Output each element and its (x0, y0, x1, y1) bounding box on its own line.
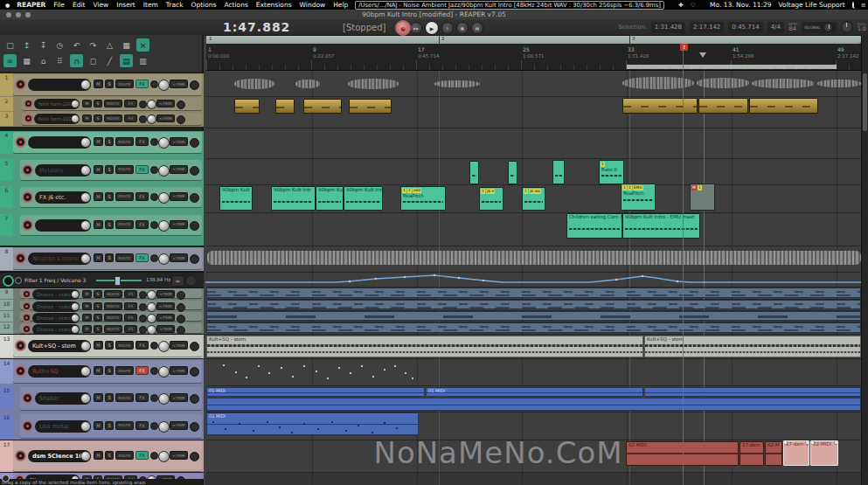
global-automation-icon[interactable] (2, 475, 10, 482)
media-item[interactable] (817, 80, 861, 87)
solo-button[interactable]: S (94, 290, 102, 298)
media-item[interactable] (348, 79, 399, 89)
media-item[interactable] (206, 322, 861, 333)
menu-edit[interactable]: Edit (73, 1, 86, 9)
env-knob-button[interactable] (190, 367, 199, 377)
solo-button[interactable]: S (105, 80, 114, 88)
pan-knob[interactable] (80, 421, 91, 432)
metronome-icon[interactable]: △ (103, 38, 116, 52)
env-knob-button[interactable] (190, 193, 199, 203)
mute-button[interactable]: M (94, 253, 103, 262)
mute-button[interactable]: M (82, 325, 92, 333)
undo-icon[interactable]: ↶ (70, 38, 83, 52)
solo-button[interactable]: S (94, 325, 102, 333)
env-knob-button[interactable] (190, 166, 199, 176)
snap-magnet-icon[interactable]: ∩ (70, 54, 83, 67)
route-button[interactable]: ROUTE (115, 341, 134, 350)
track-panel[interactable]: Low metalMSROUTEFX≈TRIM (20, 414, 202, 438)
media-item[interactable] (207, 251, 861, 265)
env-knob-button[interactable] (190, 80, 199, 90)
fx-bypass-toggle[interactable] (139, 291, 147, 299)
record-arm-button[interactable] (15, 365, 26, 377)
volume-knob[interactable] (158, 165, 170, 177)
track-panel[interactable]: Drones - nutrc..01MSROUTEFX≈TRIM (20, 301, 202, 309)
solo-button[interactable]: S (105, 341, 114, 350)
move-tool-icon[interactable]: ✚ (678, 2, 684, 9)
fx-button[interactable]: FX (124, 302, 137, 310)
volume-knob[interactable] (158, 192, 170, 204)
mute-button[interactable]: M (94, 220, 103, 229)
record-arm-button[interactable] (22, 164, 33, 176)
env-knob-button[interactable] (190, 452, 199, 461)
route-button[interactable]: ROUTE (104, 114, 122, 122)
record-arm-button[interactable] (22, 191, 33, 203)
record-arm-button[interactable] (22, 313, 31, 322)
mute-button[interactable]: M (94, 421, 103, 430)
media-item[interactable] (349, 99, 392, 114)
volume-knob[interactable] (147, 290, 156, 300)
menu-view[interactable]: View (93, 1, 108, 9)
env-knob-button[interactable] (177, 100, 185, 109)
item-handle[interactable] (810, 440, 815, 445)
volume-envelope-curve[interactable] (205, 273, 861, 285)
volume-knob[interactable] (158, 253, 170, 265)
route-button[interactable]: ROUTE (115, 80, 134, 88)
track-panel[interactable]: FX j6 etc.MSROUTEFX≈TRIM (20, 187, 202, 207)
fx-button[interactable]: FX (135, 341, 149, 350)
vertical-scrollbar-thumb[interactable] (863, 73, 867, 131)
pencil-icon[interactable]: ╱ (103, 54, 116, 67)
trim-envelope-button[interactable]: ≈TRIM (170, 165, 188, 174)
playhead-flag[interactable]: 2 (680, 44, 688, 51)
fx-bypass-toggle[interactable] (139, 303, 147, 311)
record-arm-button[interactable] (15, 79, 26, 90)
selection-start[interactable]: 1:31.428 (651, 22, 685, 33)
track-row[interactable]: 12Drones - nutrc..03MSROUTEFX≈TRIM (0, 322, 204, 334)
fx-bypass-toggle[interactable] (150, 221, 158, 229)
record-button[interactable]: ● (395, 20, 411, 36)
mute-button[interactable]: M (94, 137, 103, 146)
solo-button[interactable]: S (105, 253, 114, 262)
route-button[interactable]: ROUTE (104, 325, 122, 333)
fx-bypass-toggle[interactable] (150, 342, 158, 350)
mute-button[interactable]: M (82, 314, 92, 322)
record-arm-button[interactable] (24, 114, 33, 123)
transport-time-display[interactable]: 1:47.882 (223, 20, 290, 34)
fx-bypass-toggle[interactable] (150, 80, 158, 88)
mute-button[interactable]: M (82, 290, 92, 298)
mute-button[interactable]: M (94, 451, 103, 460)
track-row[interactable]: 9Drones - nutrc..00MSROUTEFX≈TRIM (0, 288, 204, 299)
meter-icon[interactable]: ▥ (136, 54, 149, 67)
volume-knob[interactable] (158, 421, 170, 433)
trim-envelope-button[interactable]: ≈TRIM (170, 341, 188, 350)
media-item[interactable]: Kult+SQ - stem (644, 336, 861, 357)
pan-knob[interactable] (80, 451, 91, 461)
trim-envelope-button[interactable]: ≈TRIM (170, 137, 188, 146)
fx-button[interactable]: FX (124, 290, 137, 298)
playrate-knob[interactable] (841, 21, 853, 33)
envelope-point[interactable] (483, 280, 485, 282)
trim-envelope-button[interactable]: ≈TRIM (170, 393, 188, 402)
track-row[interactable]: 4MSROUTEFX≈TRIM (0, 131, 204, 154)
record-arm-button[interactable] (15, 450, 26, 461)
mute-button[interactable]: M (94, 393, 103, 402)
pan-knob[interactable] (80, 366, 91, 377)
track-panel[interactable]: MSROUTEFX≈TRIM (13, 132, 202, 153)
pan-knob[interactable] (71, 290, 80, 299)
media-item[interactable]: 1j6 wa (522, 187, 545, 211)
menu-clock[interactable]: Mo. 13. Nov. 11:29 (710, 1, 771, 9)
item-grouping-icon[interactable]: ▦ (20, 54, 33, 67)
volume-knob[interactable] (158, 137, 170, 149)
env-knob-button[interactable] (190, 254, 199, 264)
env-knob-button[interactable] (190, 394, 199, 404)
route-button[interactable]: ROUTE (115, 421, 134, 430)
fx-bypass-toggle[interactable] (150, 422, 158, 430)
fx-button[interactable]: FX (124, 314, 137, 322)
media-item[interactable]: 90bpm Kult Intr (344, 186, 383, 211)
solo-button[interactable]: S (105, 451, 114, 460)
media-item[interactable] (644, 387, 861, 397)
fx-button[interactable]: FX (135, 366, 149, 375)
fx-bypass-toggle[interactable] (139, 100, 147, 108)
track-row[interactable]: 17dsm 5CIence 168MSROUTEFX≈TRIM (0, 440, 204, 472)
media-item[interactable]: 17-dsm 5 (783, 440, 809, 466)
media-item[interactable] (206, 311, 861, 321)
